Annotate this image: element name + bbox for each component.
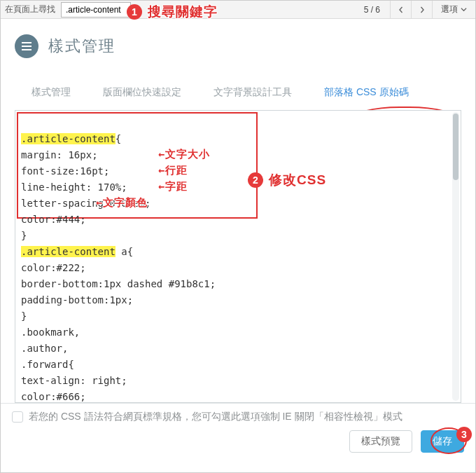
find-label: 在頁面上尋找 bbox=[1, 4, 61, 15]
tab-style-manage[interactable]: 樣式管理 bbox=[31, 86, 71, 103]
tab-layout-quick[interactable]: 版面欄位快速設定 bbox=[103, 86, 181, 103]
tabs: 樣式管理 版面欄位快速設定 文字背景設計工具 部落格 CSS 原始碼 bbox=[31, 86, 461, 103]
find-input[interactable] bbox=[61, 2, 131, 18]
find-next-button[interactable] bbox=[411, 1, 432, 19]
tab-text-bg-tool[interactable]: 文字背景設計工具 bbox=[214, 86, 292, 103]
menu-button[interactable] bbox=[15, 34, 38, 58]
chevron-right-icon bbox=[419, 6, 426, 13]
css-editor[interactable]: .article-content{ margin: 16px; font-siz… bbox=[15, 110, 461, 403]
page-header: 樣式管理 bbox=[15, 34, 461, 58]
chevron-down-icon bbox=[461, 6, 467, 13]
annotation-arrow-letter-spacing: ←字距 bbox=[158, 179, 188, 195]
find-options-label: 選項 bbox=[441, 4, 458, 15]
find-prev-button[interactable] bbox=[390, 1, 411, 19]
ie-compat-checkbox[interactable] bbox=[12, 411, 23, 423]
find-bar: 在頁面上尋找 5 / 6 選項 bbox=[1, 1, 475, 19]
annotation-arrow-line-height: ←行距 bbox=[158, 163, 188, 179]
preview-button[interactable]: 樣式預覽 bbox=[349, 430, 412, 453]
css-code[interactable]: .article-content{ margin: 16px; font-siz… bbox=[15, 111, 461, 402]
annotation-arrow-font-size: ←文字大小 bbox=[158, 146, 210, 163]
page-title: 樣式管理 bbox=[48, 36, 115, 57]
menu-icon bbox=[22, 46, 31, 47]
save-button[interactable]: 儲存 bbox=[421, 430, 464, 453]
find-count: 5 / 6 bbox=[364, 5, 380, 15]
tab-blog-css-source[interactable]: 部落格 CSS 原始碼 bbox=[324, 86, 409, 103]
footer: 若您的 CSS 語法符合網頁標準規格，您可勾選此選項強制 IE 關閉「相容性檢視… bbox=[1, 403, 475, 460]
annotation-arrow-color: ←文字顏色 bbox=[96, 195, 148, 211]
chevron-left-icon bbox=[398, 6, 405, 13]
find-options-button[interactable]: 選項 bbox=[432, 1, 475, 19]
ie-compat-label: 若您的 CSS 語法符合網頁標準規格，您可勾選此選項強制 IE 關閉「相容性檢視… bbox=[29, 411, 402, 423]
